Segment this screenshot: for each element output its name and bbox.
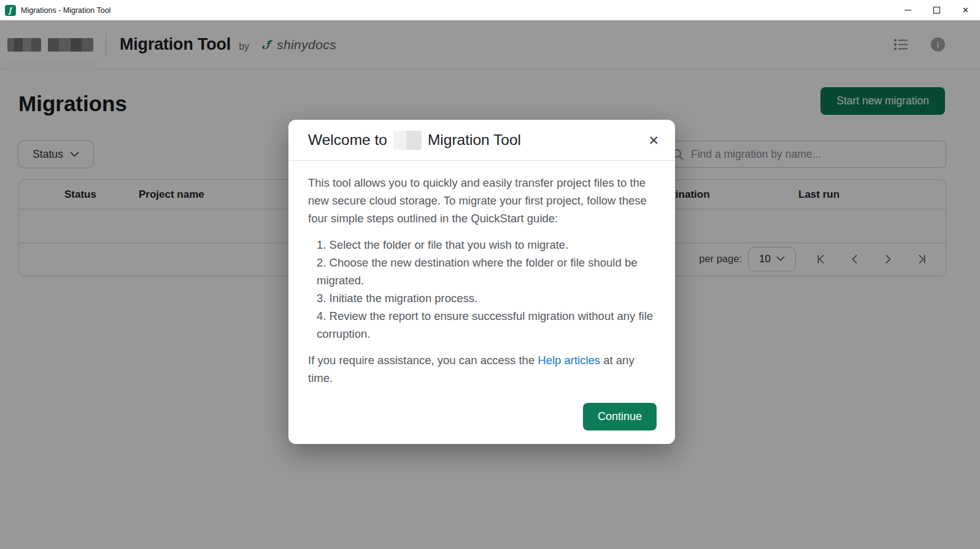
quickstart-step: Select the folder or file that you wish … <box>317 236 655 254</box>
close-icon: ✕ <box>648 133 659 147</box>
quickstart-step: Choose the new destination where the fol… <box>317 254 655 289</box>
close-window-button[interactable]: ✕ <box>951 0 980 20</box>
quickstart-step: Initiate the migration process. <box>317 289 655 307</box>
modal-header: Welcome to Migration Tool ✕ <box>288 120 675 161</box>
modal-title-before: Welcome to <box>308 131 387 149</box>
minimize-button[interactable] <box>893 0 922 20</box>
app-area: Migration Tool by shinydocs i Migrati <box>0 20 980 549</box>
help-articles-link[interactable]: Help articles <box>538 354 600 367</box>
window-title: Migrations - Migration Tool <box>21 6 110 15</box>
modal-title-after: Migration Tool <box>428 131 521 149</box>
redacted-brand-block <box>393 131 422 150</box>
modal-intro-paragraph: This tool allows you to quickly and easi… <box>308 174 655 227</box>
modal-body: This tool allows you to quickly and easi… <box>288 161 675 387</box>
minimize-icon <box>905 10 911 10</box>
welcome-modal: Welcome to Migration Tool ✕ This tool al… <box>288 120 675 444</box>
modal-title: Welcome to Migration Tool <box>308 131 521 150</box>
titlebar: ʃ Migrations - Migration Tool ✕ <box>0 0 980 20</box>
continue-button[interactable]: Continue <box>583 403 657 430</box>
maximize-icon <box>933 7 940 14</box>
window-controls: ✕ <box>893 0 980 20</box>
modal-close-button[interactable]: ✕ <box>646 131 662 149</box>
modal-assist-paragraph: If you require assistance, you can acces… <box>308 351 655 387</box>
close-icon: ✕ <box>962 6 969 14</box>
quickstart-steps-list: Select the folder or file that you wish … <box>308 236 655 343</box>
app-logo-icon: ʃ <box>5 5 16 16</box>
maximize-button[interactable] <box>922 0 951 20</box>
assist-text-before: If you require assistance, you can acces… <box>308 354 538 367</box>
quickstart-step: Review the report to ensure successful m… <box>317 307 655 343</box>
